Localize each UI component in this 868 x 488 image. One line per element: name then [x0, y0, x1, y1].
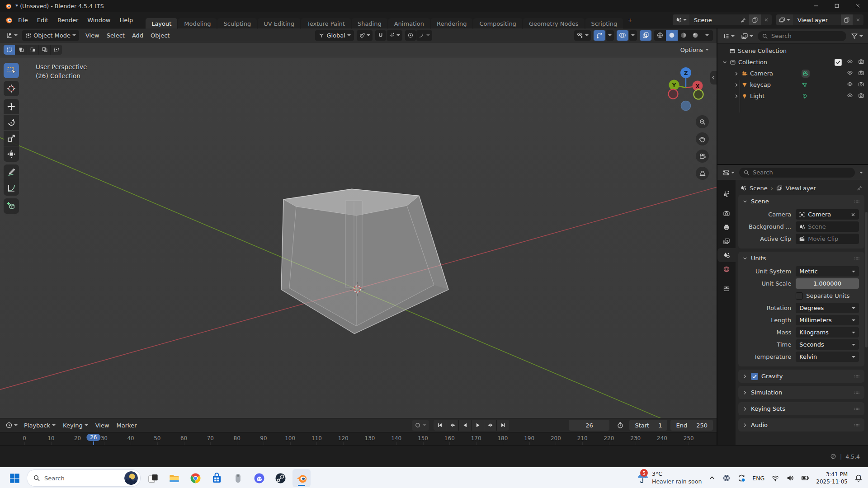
- tab-animation[interactable]: Animation: [388, 18, 430, 29]
- unit-system-dropdown[interactable]: Metric: [796, 266, 859, 277]
- audio-panel-header[interactable]: Audio: [738, 418, 864, 432]
- clear-icon[interactable]: [850, 212, 856, 217]
- rotation-dropdown[interactable]: Degrees: [796, 303, 859, 313]
- notifications-button[interactable]: z: [854, 474, 863, 482]
- outliner-row-keycap[interactable]: keycap: [717, 79, 868, 90]
- properties-options-button[interactable]: [858, 171, 865, 174]
- proportional-edit-toggle[interactable]: [405, 30, 416, 41]
- shading-solid-button[interactable]: [666, 30, 678, 41]
- editor-type-button[interactable]: [4, 31, 19, 40]
- keying-sets-panel-header[interactable]: Keying Sets: [738, 402, 864, 415]
- snap-toggle[interactable]: [375, 30, 386, 41]
- mass-dropdown[interactable]: Kilograms: [796, 327, 859, 338]
- play-button[interactable]: [472, 420, 484, 431]
- explorer-taskbar-button[interactable]: [165, 469, 183, 487]
- outliner-editor-type-button[interactable]: [721, 32, 736, 41]
- outliner-row-light[interactable]: Light: [717, 90, 868, 102]
- gizmo-dropdown[interactable]: [606, 30, 614, 41]
- update-icon[interactable]: [737, 474, 745, 482]
- grip-icon[interactable]: [853, 405, 860, 413]
- outliner-row-scene-collection[interactable]: Scene Collection: [717, 45, 868, 56]
- temperature-dropdown[interactable]: Kelvin: [796, 352, 859, 362]
- tray-overflow-button[interactable]: [708, 474, 716, 482]
- timeline-menu-view[interactable]: View: [92, 422, 113, 429]
- blender-taskbar-button[interactable]: [292, 469, 311, 487]
- move-tool-button[interactable]: [4, 99, 19, 114]
- play-reverse-button[interactable]: [459, 420, 471, 431]
- pivot-point-selector[interactable]: [357, 30, 373, 41]
- select-box-tool-button[interactable]: [4, 63, 19, 78]
- disable-in-renders-toggle[interactable]: [858, 70, 864, 77]
- prev-keyframe-button[interactable]: [446, 420, 458, 431]
- scene-panel-header[interactable]: Scene: [738, 195, 864, 208]
- chrome-taskbar-button[interactable]: [186, 469, 204, 487]
- current-frame-field[interactable]: 26: [569, 420, 609, 431]
- maximize-button[interactable]: [826, 0, 847, 12]
- disable-in-renders-toggle[interactable]: [858, 81, 864, 89]
- clock-widget[interactable]: 3:41 PM 2025-11-05: [816, 471, 848, 485]
- length-dropdown[interactable]: Millimeters: [796, 315, 859, 325]
- timeline-menu-keying[interactable]: Keying: [59, 422, 92, 429]
- properties-tab-render[interactable]: [717, 206, 736, 220]
- menu-file[interactable]: File: [14, 15, 33, 25]
- hide-in-viewport-toggle[interactable]: [847, 70, 853, 77]
- outliner-row-collection[interactable]: Collection: [717, 56, 868, 68]
- frame-start-field[interactable]: Start 1: [629, 420, 667, 431]
- add-cube-tool-button[interactable]: [4, 198, 19, 214]
- hide-in-viewport-toggle[interactable]: [847, 81, 853, 89]
- unit-scale-field[interactable]: 1.000000: [796, 278, 859, 289]
- shading-wireframe-button[interactable]: [654, 30, 666, 41]
- hide-in-viewport-toggle[interactable]: [847, 92, 853, 100]
- new-scene-icon[interactable]: [752, 17, 758, 23]
- discord-taskbar-button[interactable]: [250, 469, 268, 487]
- time-dropdown[interactable]: Seconds: [796, 339, 859, 350]
- background-field[interactable]: Scene: [796, 221, 859, 232]
- properties-tab-output[interactable]: [717, 220, 736, 234]
- timeline-ruler[interactable]: 0102030405060708090100110120130140150160…: [0, 432, 717, 445]
- selectable-checkbox[interactable]: [835, 59, 842, 66]
- transform-tool-button[interactable]: [4, 146, 19, 162]
- show-overlays-toggle[interactable]: [617, 30, 628, 41]
- outliner-row-camera[interactable]: Camera: [717, 68, 868, 79]
- grid-button[interactable]: [696, 167, 709, 180]
- grip-icon[interactable]: [853, 198, 860, 205]
- frame-end-field[interactable]: End 250: [670, 420, 713, 431]
- units-panel-header[interactable]: Units: [738, 252, 864, 265]
- tab-shading[interactable]: Shading: [352, 18, 387, 29]
- annotate-tool-button[interactable]: [4, 164, 19, 180]
- start-button[interactable]: [5, 469, 24, 487]
- grip-icon[interactable]: [853, 255, 860, 262]
- grip-icon[interactable]: [853, 373, 860, 380]
- volume-icon[interactable]: [786, 474, 794, 482]
- current-frame-indicator[interactable]: 26: [86, 434, 100, 441]
- use-preview-range-button[interactable]: [615, 421, 626, 430]
- properties-tab-scene[interactable]: [717, 248, 736, 262]
- active-clip-field[interactable]: Movie Clip: [796, 234, 859, 244]
- 3d-viewport[interactable]: User Perspective (26) Collection Z Y X: [0, 57, 717, 418]
- properties-editor-type-button[interactable]: [721, 168, 736, 177]
- cursor-tool-button[interactable]: [4, 81, 19, 96]
- taskbar-search-input[interactable]: Search: [27, 469, 141, 487]
- camera-field[interactable]: Camera: [796, 209, 859, 220]
- outliner-filter-button[interactable]: [849, 32, 865, 41]
- hand-button[interactable]: [696, 132, 709, 145]
- store-taskbar-button[interactable]: [208, 469, 226, 487]
- properties-tab-collection[interactable]: [717, 282, 736, 296]
- close-button[interactable]: [847, 0, 868, 12]
- select-mode-4-button[interactable]: [39, 45, 50, 55]
- tab-compositing[interactable]: Compositing: [473, 18, 522, 29]
- options-button[interactable]: Options: [676, 45, 713, 55]
- separate-units-checkbox[interactable]: [796, 292, 803, 300]
- next-keyframe-button[interactable]: [484, 420, 496, 431]
- timeline-editor-type-button[interactable]: [4, 421, 19, 430]
- tab-rendering[interactable]: Rendering: [431, 18, 472, 29]
- breadcrumb-viewlayer[interactable]: ViewLayer: [786, 185, 816, 192]
- properties-tab-world[interactable]: [717, 262, 736, 276]
- mode-selector[interactable]: Object Mode: [22, 30, 79, 41]
- snap-settings[interactable]: [387, 30, 402, 41]
- visibility-dropdown[interactable]: [574, 30, 591, 41]
- disable-in-renders-toggle[interactable]: [858, 58, 864, 66]
- blender-menu-icon[interactable]: [5, 16, 13, 24]
- menu-edit[interactable]: Edit: [33, 15, 53, 25]
- minimize-button[interactable]: [806, 0, 826, 12]
